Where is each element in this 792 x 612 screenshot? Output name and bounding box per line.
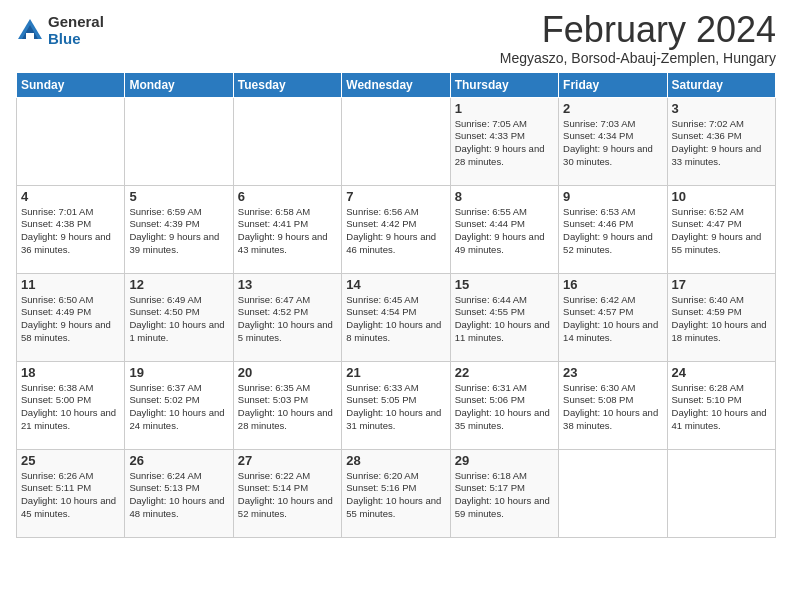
page: General Blue February 2024 Megyaszo, Bor…	[0, 0, 792, 612]
day-number: 16	[563, 277, 662, 292]
day-number: 1	[455, 101, 554, 116]
day-number: 26	[129, 453, 228, 468]
day-info: Sunrise: 6:33 AMSunset: 5:05 PMDaylight:…	[346, 382, 445, 433]
day-number: 14	[346, 277, 445, 292]
day-info: Sunrise: 6:42 AMSunset: 4:57 PMDaylight:…	[563, 294, 662, 345]
day-number: 15	[455, 277, 554, 292]
calendar-cell: 23Sunrise: 6:30 AMSunset: 5:08 PMDayligh…	[559, 361, 667, 449]
calendar-cell: 19Sunrise: 6:37 AMSunset: 5:02 PMDayligh…	[125, 361, 233, 449]
header: General Blue February 2024 Megyaszo, Bor…	[16, 10, 776, 66]
day-info: Sunrise: 6:30 AMSunset: 5:08 PMDaylight:…	[563, 382, 662, 433]
calendar-cell: 13Sunrise: 6:47 AMSunset: 4:52 PMDayligh…	[233, 273, 341, 361]
day-info: Sunrise: 6:45 AMSunset: 4:54 PMDaylight:…	[346, 294, 445, 345]
dow-header: Thursday	[450, 72, 558, 97]
calendar-cell: 11Sunrise: 6:50 AMSunset: 4:49 PMDayligh…	[17, 273, 125, 361]
calendar: SundayMondayTuesdayWednesdayThursdayFrid…	[16, 72, 776, 538]
calendar-cell: 9Sunrise: 6:53 AMSunset: 4:46 PMDaylight…	[559, 185, 667, 273]
day-info: Sunrise: 6:20 AMSunset: 5:16 PMDaylight:…	[346, 470, 445, 521]
day-number: 4	[21, 189, 120, 204]
calendar-cell: 12Sunrise: 6:49 AMSunset: 4:50 PMDayligh…	[125, 273, 233, 361]
calendar-cell: 4Sunrise: 7:01 AMSunset: 4:38 PMDaylight…	[17, 185, 125, 273]
day-number: 3	[672, 101, 771, 116]
day-number: 12	[129, 277, 228, 292]
calendar-cell: 29Sunrise: 6:18 AMSunset: 5:17 PMDayligh…	[450, 449, 558, 537]
calendar-cell: 24Sunrise: 6:28 AMSunset: 5:10 PMDayligh…	[667, 361, 775, 449]
calendar-cell: 2Sunrise: 7:03 AMSunset: 4:34 PMDaylight…	[559, 97, 667, 185]
dow-header: Sunday	[17, 72, 125, 97]
day-info: Sunrise: 6:22 AMSunset: 5:14 PMDaylight:…	[238, 470, 337, 521]
day-info: Sunrise: 6:55 AMSunset: 4:44 PMDaylight:…	[455, 206, 554, 257]
day-info: Sunrise: 7:05 AMSunset: 4:33 PMDaylight:…	[455, 118, 554, 169]
svg-rect-2	[26, 33, 34, 39]
day-info: Sunrise: 6:37 AMSunset: 5:02 PMDaylight:…	[129, 382, 228, 433]
day-info: Sunrise: 6:40 AMSunset: 4:59 PMDaylight:…	[672, 294, 771, 345]
day-number: 5	[129, 189, 228, 204]
day-info: Sunrise: 6:31 AMSunset: 5:06 PMDaylight:…	[455, 382, 554, 433]
day-number: 22	[455, 365, 554, 380]
day-number: 11	[21, 277, 120, 292]
calendar-body: 1Sunrise: 7:05 AMSunset: 4:33 PMDaylight…	[17, 97, 776, 537]
logo: General Blue	[16, 14, 104, 47]
day-info: Sunrise: 7:03 AMSunset: 4:34 PMDaylight:…	[563, 118, 662, 169]
day-number: 7	[346, 189, 445, 204]
calendar-week-row: 4Sunrise: 7:01 AMSunset: 4:38 PMDaylight…	[17, 185, 776, 273]
calendar-cell	[17, 97, 125, 185]
day-info: Sunrise: 6:18 AMSunset: 5:17 PMDaylight:…	[455, 470, 554, 521]
calendar-cell: 10Sunrise: 6:52 AMSunset: 4:47 PMDayligh…	[667, 185, 775, 273]
logo-icon	[16, 17, 44, 45]
day-info: Sunrise: 6:58 AMSunset: 4:41 PMDaylight:…	[238, 206, 337, 257]
day-info: Sunrise: 6:53 AMSunset: 4:46 PMDaylight:…	[563, 206, 662, 257]
day-number: 19	[129, 365, 228, 380]
dow-header: Saturday	[667, 72, 775, 97]
calendar-cell: 6Sunrise: 6:58 AMSunset: 4:41 PMDaylight…	[233, 185, 341, 273]
day-info: Sunrise: 6:28 AMSunset: 5:10 PMDaylight:…	[672, 382, 771, 433]
day-info: Sunrise: 6:50 AMSunset: 4:49 PMDaylight:…	[21, 294, 120, 345]
day-number: 24	[672, 365, 771, 380]
calendar-cell: 21Sunrise: 6:33 AMSunset: 5:05 PMDayligh…	[342, 361, 450, 449]
day-info: Sunrise: 6:26 AMSunset: 5:11 PMDaylight:…	[21, 470, 120, 521]
days-of-week-row: SundayMondayTuesdayWednesdayThursdayFrid…	[17, 72, 776, 97]
day-info: Sunrise: 6:59 AMSunset: 4:39 PMDaylight:…	[129, 206, 228, 257]
day-number: 21	[346, 365, 445, 380]
title-block: February 2024 Megyaszo, Borsod-Abauj-Zem…	[500, 10, 776, 66]
calendar-cell: 3Sunrise: 7:02 AMSunset: 4:36 PMDaylight…	[667, 97, 775, 185]
day-info: Sunrise: 7:02 AMSunset: 4:36 PMDaylight:…	[672, 118, 771, 169]
day-number: 25	[21, 453, 120, 468]
calendar-cell: 15Sunrise: 6:44 AMSunset: 4:55 PMDayligh…	[450, 273, 558, 361]
calendar-week-row: 18Sunrise: 6:38 AMSunset: 5:00 PMDayligh…	[17, 361, 776, 449]
calendar-cell: 1Sunrise: 7:05 AMSunset: 4:33 PMDaylight…	[450, 97, 558, 185]
day-number: 10	[672, 189, 771, 204]
calendar-cell: 5Sunrise: 6:59 AMSunset: 4:39 PMDaylight…	[125, 185, 233, 273]
day-info: Sunrise: 7:01 AMSunset: 4:38 PMDaylight:…	[21, 206, 120, 257]
calendar-cell: 7Sunrise: 6:56 AMSunset: 4:42 PMDaylight…	[342, 185, 450, 273]
logo-general: General	[48, 14, 104, 31]
calendar-cell	[667, 449, 775, 537]
calendar-cell	[233, 97, 341, 185]
calendar-cell: 20Sunrise: 6:35 AMSunset: 5:03 PMDayligh…	[233, 361, 341, 449]
day-number: 28	[346, 453, 445, 468]
day-number: 23	[563, 365, 662, 380]
calendar-cell: 8Sunrise: 6:55 AMSunset: 4:44 PMDaylight…	[450, 185, 558, 273]
calendar-cell: 27Sunrise: 6:22 AMSunset: 5:14 PMDayligh…	[233, 449, 341, 537]
day-number: 2	[563, 101, 662, 116]
day-info: Sunrise: 6:35 AMSunset: 5:03 PMDaylight:…	[238, 382, 337, 433]
day-info: Sunrise: 6:38 AMSunset: 5:00 PMDaylight:…	[21, 382, 120, 433]
calendar-cell: 14Sunrise: 6:45 AMSunset: 4:54 PMDayligh…	[342, 273, 450, 361]
day-number: 13	[238, 277, 337, 292]
calendar-cell: 25Sunrise: 6:26 AMSunset: 5:11 PMDayligh…	[17, 449, 125, 537]
calendar-cell: 22Sunrise: 6:31 AMSunset: 5:06 PMDayligh…	[450, 361, 558, 449]
calendar-cell: 28Sunrise: 6:20 AMSunset: 5:16 PMDayligh…	[342, 449, 450, 537]
day-info: Sunrise: 6:24 AMSunset: 5:13 PMDaylight:…	[129, 470, 228, 521]
day-info: Sunrise: 6:49 AMSunset: 4:50 PMDaylight:…	[129, 294, 228, 345]
day-number: 20	[238, 365, 337, 380]
calendar-cell: 26Sunrise: 6:24 AMSunset: 5:13 PMDayligh…	[125, 449, 233, 537]
dow-header: Tuesday	[233, 72, 341, 97]
day-number: 17	[672, 277, 771, 292]
dow-header: Wednesday	[342, 72, 450, 97]
day-number: 9	[563, 189, 662, 204]
day-number: 8	[455, 189, 554, 204]
day-info: Sunrise: 6:56 AMSunset: 4:42 PMDaylight:…	[346, 206, 445, 257]
day-number: 29	[455, 453, 554, 468]
day-number: 18	[21, 365, 120, 380]
logo-text: General Blue	[48, 14, 104, 47]
